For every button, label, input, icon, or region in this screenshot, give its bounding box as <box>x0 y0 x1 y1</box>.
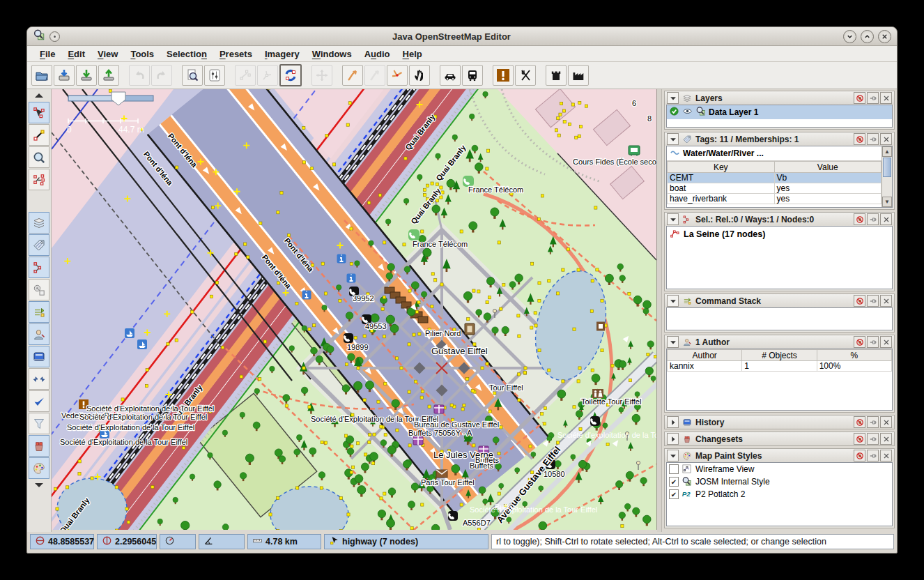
map-paint-item[interactable]: ✔P2P2 Potlatch 2 <box>667 488 892 501</box>
update-data-button[interactable] <box>279 64 302 86</box>
redo-button[interactable] <box>151 65 172 86</box>
sticky-button[interactable] <box>854 433 865 445</box>
toggle-tags-button[interactable] <box>29 234 49 256</box>
pillar-icon[interactable] <box>465 323 475 335</box>
pin-button[interactable] <box>867 213 879 225</box>
menu-windows[interactable]: Windows <box>307 47 357 61</box>
map-canvas[interactable]: Pont d'IénaPont d'IénaPont d'IénaPont d'… <box>52 89 656 530</box>
close-panel-button[interactable] <box>880 295 892 307</box>
hand-tool-button[interactable] <box>409 65 430 86</box>
phone-icon[interactable] <box>590 416 600 426</box>
checkbox[interactable]: ✔ <box>669 489 679 499</box>
sticky-button[interactable] <box>854 213 865 225</box>
toggle-changesets-button[interactable] <box>29 435 49 457</box>
upload-data-button[interactable] <box>98 65 119 86</box>
collapse-icon[interactable] <box>667 336 679 348</box>
toggle-authors-button[interactable] <box>29 323 49 345</box>
window-menu-button[interactable] <box>49 31 60 42</box>
expand-icon[interactable] <box>667 433 679 445</box>
school-icon[interactable] <box>629 146 640 156</box>
select-tool-button[interactable] <box>29 102 49 123</box>
close-panel-button[interactable] <box>880 433 892 445</box>
table-row[interactable]: kannix1100% <box>668 361 892 372</box>
checkbox[interactable] <box>669 464 679 474</box>
boat-icon[interactable] <box>125 328 134 338</box>
merge-layer-button[interactable] <box>235 65 256 86</box>
membership-row[interactable]: Water/Water/River ... <box>667 146 881 161</box>
boat-icon[interactable] <box>137 339 147 349</box>
gift-icon[interactable] <box>413 436 423 445</box>
pin-button[interactable] <box>867 133 879 145</box>
collapse-icon[interactable] <box>667 213 679 225</box>
zoom-tool-button[interactable] <box>29 146 49 168</box>
table-row[interactable]: CEMTVb <box>668 173 881 183</box>
menu-view[interactable]: View <box>92 47 123 61</box>
toggle-layers-button[interactable] <box>29 212 49 234</box>
menu-help[interactable]: Help <box>397 47 428 61</box>
close-panel-button[interactable] <box>880 416 892 428</box>
reverse-way-button[interactable] <box>364 65 385 86</box>
zoom-to-selection-button[interactable] <box>182 65 203 86</box>
join-ways-button[interactable] <box>257 65 278 86</box>
scroll-thumb[interactable] <box>883 158 891 177</box>
download-data-button[interactable] <box>76 65 97 86</box>
collapse-icon[interactable] <box>667 295 679 307</box>
info-icon[interactable] <box>337 254 346 264</box>
combine-ways-button[interactable] <box>342 65 363 86</box>
scroll-up-button[interactable] <box>29 90 49 101</box>
menu-imagery[interactable]: Imagery <box>259 47 305 61</box>
undo-button[interactable] <box>129 65 150 86</box>
toggle-relations-button[interactable] <box>29 279 49 300</box>
preset-restaurant-button[interactable] <box>515 65 536 86</box>
menu-tools[interactable]: Tools <box>125 47 160 61</box>
pin-button[interactable] <box>867 336 879 348</box>
open-file-button[interactable] <box>31 65 52 86</box>
preferences-button[interactable] <box>204 65 225 86</box>
phone-icon[interactable] <box>344 333 353 343</box>
close-button[interactable] <box>878 30 891 43</box>
close-panel-button[interactable] <box>880 213 892 225</box>
sticky-button[interactable] <box>854 336 865 348</box>
preset-car-button[interactable] <box>440 65 461 86</box>
save-file-button[interactable] <box>54 65 75 86</box>
dock-divider[interactable] <box>657 89 662 532</box>
pin-button[interactable] <box>867 92 879 104</box>
table-row[interactable]: have_riverbankyes <box>668 194 881 204</box>
pin-button[interactable] <box>867 433 879 445</box>
pin-button[interactable] <box>867 450 879 461</box>
scroll-up-button[interactable]: ▲ <box>882 146 892 157</box>
move-elements-button[interactable] <box>311 65 332 86</box>
titlebar[interactable]: Java OpenStreetMap Editor <box>27 27 897 46</box>
checkbox[interactable]: ✔ <box>669 477 679 487</box>
sticky-button[interactable] <box>854 416 865 428</box>
collapse-icon[interactable] <box>667 92 679 104</box>
sticky-button[interactable] <box>854 92 865 104</box>
preset-hazard-button[interactable] <box>493 65 514 86</box>
toggle-validator-button[interactable] <box>29 390 49 412</box>
gift-icon[interactable] <box>434 405 444 413</box>
layer-active-icon[interactable] <box>669 106 679 119</box>
draw-node-tool-button[interactable] <box>29 124 49 146</box>
split-way-button[interactable] <box>387 65 408 86</box>
collapse-icon[interactable] <box>667 450 679 461</box>
map-view[interactable]: Pont d'IénaPont d'IénaPont d'IénaPont d'… <box>52 89 657 530</box>
preset-works-button[interactable] <box>568 65 589 86</box>
tags-table[interactable]: KeyValueCEMTVbboatyeshave_riverbankyes <box>667 161 881 204</box>
authors-table[interactable]: Author# Objects%kannix1100% <box>667 349 892 372</box>
info-icon[interactable] <box>302 291 311 300</box>
layer-visible-icon[interactable] <box>682 106 693 119</box>
close-panel-button[interactable] <box>880 336 892 348</box>
command-stack-list[interactable] <box>666 307 893 330</box>
menu-file[interactable]: File <box>34 47 61 61</box>
more-tools-button[interactable] <box>29 191 49 202</box>
scroll-down-button[interactable]: ▼ <box>882 197 892 207</box>
toggle-minmax-button[interactable] <box>29 368 49 390</box>
toggle-history-button[interactable] <box>29 346 49 367</box>
sticky-button[interactable] <box>854 295 865 307</box>
toggle-selection-button[interactable] <box>29 257 49 278</box>
toggle-filter-button[interactable] <box>29 413 49 434</box>
scroll-down-button[interactable] <box>29 480 49 491</box>
map-paint-item[interactable]: Wireframe View <box>667 463 892 475</box>
tags-scrollbar[interactable]: ▲ ▼ <box>881 146 892 207</box>
close-panel-button[interactable] <box>880 133 892 145</box>
